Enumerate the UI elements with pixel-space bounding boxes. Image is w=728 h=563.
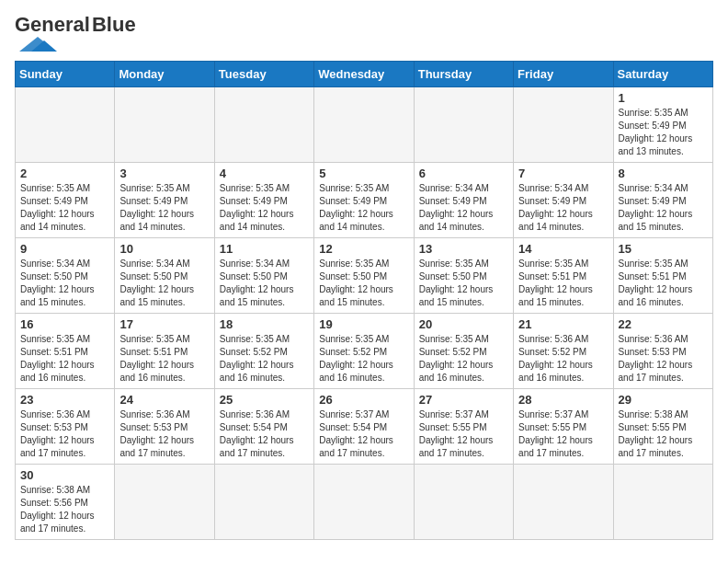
calendar-cell: 21Sunrise: 5:36 AM Sunset: 5:52 PM Dayli… [514,314,613,389]
calendar-cell: 17Sunrise: 5:35 AM Sunset: 5:51 PM Dayli… [115,314,214,389]
day-info: Sunrise: 5:34 AM Sunset: 5:50 PM Dayligh… [220,258,309,309]
calendar-cell [115,465,214,540]
day-info: Sunrise: 5:36 AM Sunset: 5:54 PM Dayligh… [220,408,309,460]
day-info: Sunrise: 5:35 AM Sunset: 5:49 PM Dayligh… [319,182,408,234]
day-info: Sunrise: 5:35 AM Sunset: 5:49 PM Dayligh… [20,182,109,234]
day-number: 22 [619,317,708,331]
calendar-body: 1Sunrise: 5:35 AM Sunset: 5:49 PM Daylig… [16,87,713,540]
calendar-cell: 7Sunrise: 5:34 AM Sunset: 5:49 PM Daylig… [514,163,613,238]
day-number: 4 [220,167,309,180]
day-info: Sunrise: 5:35 AM Sunset: 5:52 PM Dayligh… [220,333,309,385]
day-info: Sunrise: 5:37 AM Sunset: 5:55 PM Dayligh… [518,408,608,460]
day-info: Sunrise: 5:36 AM Sunset: 5:53 PM Dayligh… [20,408,109,460]
calendar-cell: 14Sunrise: 5:35 AM Sunset: 5:51 PM Dayli… [514,238,613,314]
day-number: 25 [220,393,309,407]
day-number: 12 [319,242,408,256]
day-number: 26 [319,393,408,407]
day-number: 10 [119,242,209,256]
weekday-header-friday: Friday [514,62,613,87]
weekday-header-sunday: Sunday [16,62,115,87]
day-info: Sunrise: 5:37 AM Sunset: 5:55 PM Dayligh… [419,408,508,460]
day-info: Sunrise: 5:37 AM Sunset: 5:54 PM Dayligh… [319,408,408,460]
calendar-cell: 9Sunrise: 5:34 AM Sunset: 5:50 PM Daylig… [16,238,115,314]
day-number: 18 [220,317,309,331]
calendar-cell: 11Sunrise: 5:34 AM Sunset: 5:50 PM Dayli… [214,238,313,314]
calendar-cell: 13Sunrise: 5:35 AM Sunset: 5:50 PM Dayli… [414,238,513,314]
calendar-cell [414,465,513,540]
calendar-header: SundayMondayTuesdayWednesdayThursdayFrid… [16,62,713,87]
day-info: Sunrise: 5:34 AM Sunset: 5:49 PM Dayligh… [419,182,508,234]
calendar-cell: 5Sunrise: 5:35 AM Sunset: 5:49 PM Daylig… [314,163,414,238]
calendar-cell: 24Sunrise: 5:36 AM Sunset: 5:53 PM Dayli… [115,389,214,465]
day-info: Sunrise: 5:35 AM Sunset: 5:49 PM Dayligh… [119,182,209,234]
day-number: 8 [619,167,708,180]
calendar-cell: 2Sunrise: 5:35 AM Sunset: 5:49 PM Daylig… [16,163,115,238]
calendar-cell: 18Sunrise: 5:35 AM Sunset: 5:52 PM Dayli… [214,314,313,389]
day-number: 14 [518,242,608,256]
day-info: Sunrise: 5:35 AM Sunset: 5:50 PM Dayligh… [419,258,508,309]
calendar-cell: 29Sunrise: 5:38 AM Sunset: 5:55 PM Dayli… [613,389,712,465]
calendar-cell [214,87,313,163]
logo: General Blue [15,15,136,52]
calendar-cell: 16Sunrise: 5:35 AM Sunset: 5:51 PM Dayli… [16,314,115,389]
weekday-header-saturday: Saturday [613,62,712,87]
calendar-cell [514,465,613,540]
calendar-cell: 26Sunrise: 5:37 AM Sunset: 5:54 PM Dayli… [314,389,414,465]
logo-general-text: General [15,15,90,35]
day-number: 7 [518,167,608,180]
day-number: 27 [419,393,508,407]
week-row-4: 23Sunrise: 5:36 AM Sunset: 5:53 PM Dayli… [16,389,713,465]
weekday-header-wednesday: Wednesday [314,62,414,87]
calendar-cell: 22Sunrise: 5:36 AM Sunset: 5:53 PM Dayli… [613,314,712,389]
day-number: 3 [119,167,209,180]
calendar-cell: 10Sunrise: 5:34 AM Sunset: 5:50 PM Dayli… [115,238,214,314]
week-row-3: 16Sunrise: 5:35 AM Sunset: 5:51 PM Dayli… [16,314,713,389]
day-number: 15 [619,242,708,256]
day-info: Sunrise: 5:34 AM Sunset: 5:49 PM Dayligh… [518,182,608,234]
calendar-cell: 3Sunrise: 5:35 AM Sunset: 5:49 PM Daylig… [115,163,214,238]
day-number: 2 [20,167,109,180]
day-info: Sunrise: 5:34 AM Sunset: 5:50 PM Dayligh… [119,258,209,309]
page-header: General Blue [15,15,713,52]
weekday-header-thursday: Thursday [414,62,513,87]
day-number: 30 [20,468,109,482]
day-info: Sunrise: 5:35 AM Sunset: 5:49 PM Dayligh… [619,107,708,158]
day-number: 20 [419,317,508,331]
day-number: 6 [419,167,508,180]
calendar-cell [16,87,115,163]
week-row-1: 2Sunrise: 5:35 AM Sunset: 5:49 PM Daylig… [16,163,713,238]
day-number: 19 [319,317,408,331]
day-number: 24 [119,393,209,407]
weekday-header-monday: Monday [115,62,214,87]
calendar-cell: 30Sunrise: 5:38 AM Sunset: 5:56 PM Dayli… [16,465,115,540]
calendar-cell: 15Sunrise: 5:35 AM Sunset: 5:51 PM Dayli… [613,238,712,314]
logo-icon [15,35,61,52]
calendar-cell [314,87,414,163]
day-number: 29 [619,393,708,407]
calendar-cell: 1Sunrise: 5:35 AM Sunset: 5:49 PM Daylig… [613,87,712,163]
day-info: Sunrise: 5:36 AM Sunset: 5:52 PM Dayligh… [518,333,608,385]
day-info: Sunrise: 5:35 AM Sunset: 5:52 PM Dayligh… [319,333,408,385]
day-number: 21 [518,317,608,331]
day-number: 1 [619,91,708,105]
day-info: Sunrise: 5:35 AM Sunset: 5:51 PM Dayligh… [619,258,708,309]
calendar-cell: 4Sunrise: 5:35 AM Sunset: 5:49 PM Daylig… [214,163,313,238]
calendar-cell [414,87,513,163]
day-info: Sunrise: 5:36 AM Sunset: 5:53 PM Dayligh… [119,408,209,460]
day-info: Sunrise: 5:38 AM Sunset: 5:56 PM Dayligh… [20,484,109,535]
calendar-cell: 12Sunrise: 5:35 AM Sunset: 5:50 PM Dayli… [314,238,414,314]
day-info: Sunrise: 5:35 AM Sunset: 5:51 PM Dayligh… [518,258,608,309]
day-info: Sunrise: 5:36 AM Sunset: 5:53 PM Dayligh… [619,333,708,385]
calendar-cell: 25Sunrise: 5:36 AM Sunset: 5:54 PM Dayli… [214,389,313,465]
calendar-cell: 6Sunrise: 5:34 AM Sunset: 5:49 PM Daylig… [414,163,513,238]
day-info: Sunrise: 5:38 AM Sunset: 5:55 PM Dayligh… [619,408,708,460]
day-number: 23 [20,393,109,407]
week-row-5: 30Sunrise: 5:38 AM Sunset: 5:56 PM Dayli… [16,465,713,540]
calendar-cell: 28Sunrise: 5:37 AM Sunset: 5:55 PM Dayli… [514,389,613,465]
day-number: 13 [419,242,508,256]
calendar-cell: 19Sunrise: 5:35 AM Sunset: 5:52 PM Dayli… [314,314,414,389]
calendar-cell [115,87,214,163]
day-info: Sunrise: 5:34 AM Sunset: 5:50 PM Dayligh… [20,258,109,309]
day-info: Sunrise: 5:35 AM Sunset: 5:49 PM Dayligh… [220,182,309,234]
day-number: 16 [20,317,109,331]
